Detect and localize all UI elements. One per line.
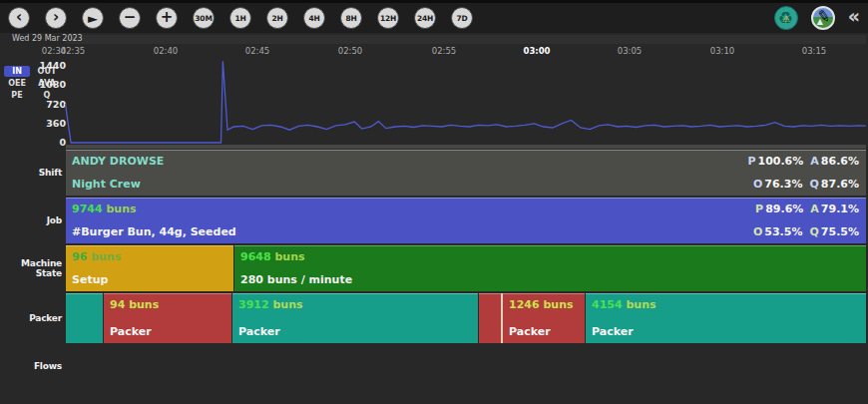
- date-label: Wed 29 Mar 2023: [12, 34, 83, 43]
- range-30m-button[interactable]: 30M: [193, 7, 215, 29]
- pencil-icon: ✎: [815, 6, 832, 27]
- range-24h-button[interactable]: 24H: [414, 7, 436, 29]
- machine-state-segment-text: 280 buns / minute: [240, 273, 352, 286]
- machine-state-segment-text: Setup: [72, 273, 108, 286]
- row-label-shift: Shift: [0, 150, 62, 196]
- timeline-tick: 02:55: [432, 46, 457, 56]
- packer-segment[interactable]: 3912 bunsPacker: [232, 293, 478, 343]
- machine-state-segment[interactable]: 96 bunsSetup: [66, 245, 233, 291]
- packer-segment-text: 1246 buns: [509, 298, 574, 311]
- timeline-tick: 02:45: [245, 46, 270, 56]
- packer-segment[interactable]: 94 bunsPacker: [104, 293, 231, 343]
- shift-segment[interactable]: ANDY DROWSENight CrewP100.6%A86.6%O76.3%…: [66, 150, 866, 196]
- skip-forward-button[interactable]: ►: [82, 7, 104, 29]
- shift-segment-text: Night Crew: [72, 178, 141, 191]
- date-band: [66, 35, 866, 44]
- shift-kpi-bottom: O76.3%Q87.6%: [753, 178, 859, 191]
- machine-state-segment-text: 96 buns: [72, 250, 121, 263]
- warning-icon: ⚠: [775, 8, 797, 30]
- job-segment[interactable]: 9744 buns#Burger Bun, 44g, SeededP89.6%A…: [66, 198, 866, 243]
- toolbar: ‹›►−+30M1H2H4H8H12H24H7D ♻ ⚠ ▲ ✎ «: [0, 0, 868, 33]
- next-button[interactable]: ›: [45, 7, 67, 29]
- prev-button[interactable]: ‹: [8, 7, 30, 29]
- shift-segment-text: ANDY DROWSE: [72, 155, 164, 168]
- row-label-packer: Packer: [0, 293, 62, 343]
- packer-segment-text: 94 buns: [110, 298, 159, 311]
- timeline-tick: 02:50: [338, 46, 363, 56]
- job-segment-text: 9744 buns: [72, 202, 137, 215]
- range-12h-button[interactable]: 12H: [377, 7, 399, 29]
- rate-line-chart: [0, 58, 868, 150]
- row-label-machine-state: Machine State: [0, 245, 62, 291]
- packer-segment[interactable]: 4154 bunsPacker: [586, 293, 866, 343]
- timeline-ruler: 02:3402:3502:4002:4502:5002:5503:0003:05…: [0, 46, 868, 58]
- packer-segment-text: 3912 buns: [238, 298, 303, 311]
- rate-line: [66, 61, 866, 143]
- machine-state-segment[interactable]: 9648 buns280 buns / minute: [234, 245, 866, 291]
- packer-segment[interactable]: [479, 293, 501, 343]
- packer-segment[interactable]: [66, 293, 103, 343]
- timeline-tick: 02:40: [154, 46, 179, 56]
- timeline-tick: 03:15: [802, 46, 827, 56]
- range-4h-button[interactable]: 4H: [303, 7, 325, 29]
- row-label-job: Job: [0, 198, 62, 243]
- shift-kpi-top: P100.6%A86.6%: [747, 155, 859, 168]
- chart-baseline-strip: [66, 145, 866, 149]
- toolbar-buttons: ‹›►−+30M1H2H4H8H12H24H7D: [8, 7, 473, 29]
- job-segment-text: #Burger Bun, 44g, Seeded: [72, 225, 236, 238]
- zoom-out-button[interactable]: −: [119, 7, 141, 29]
- job-kpi-bottom: O53.5%Q75.5%: [753, 225, 859, 238]
- range-8h-button[interactable]: 8H: [340, 7, 362, 29]
- scene-edit-button[interactable]: ▲ ✎: [811, 6, 835, 30]
- timeline-tick: 03:10: [710, 46, 735, 56]
- toolbar-right: ♻ ⚠ ▲ ✎ «: [774, 6, 860, 30]
- packer-segment-text: 4154 buns: [592, 298, 656, 311]
- range-2h-button[interactable]: 2H: [266, 7, 288, 29]
- collapse-panel-icon[interactable]: «: [848, 7, 860, 29]
- zoom-in-button[interactable]: +: [156, 7, 178, 29]
- packer-segment-text: Packer: [592, 325, 634, 338]
- machine-state-segment-text: 9648 buns: [240, 250, 305, 263]
- packer-segment-text: Packer: [509, 325, 551, 338]
- packer-segment-text: Packer: [110, 325, 152, 338]
- packer-segment[interactable]: 1246 bunsPacker: [503, 293, 585, 343]
- recycle-status-button[interactable]: ♻ ⚠: [774, 6, 798, 30]
- range-1h-button[interactable]: 1H: [229, 7, 251, 29]
- timeline-tick: 03:05: [618, 46, 643, 56]
- timeline-tick: 03:00: [523, 46, 550, 56]
- production-timeline-app: ‹›►−+30M1H2H4H8H12H24H7D ♻ ⚠ ▲ ✎ « Wed 2…: [0, 0, 868, 404]
- range-7d-button[interactable]: 7D: [451, 7, 473, 29]
- timeline-tick: 02:35: [61, 46, 86, 56]
- job-kpi-top: P89.6%A79.1%: [755, 202, 859, 215]
- packer-segment-text: Packer: [238, 325, 280, 338]
- row-label-flows: Flows: [0, 343, 62, 389]
